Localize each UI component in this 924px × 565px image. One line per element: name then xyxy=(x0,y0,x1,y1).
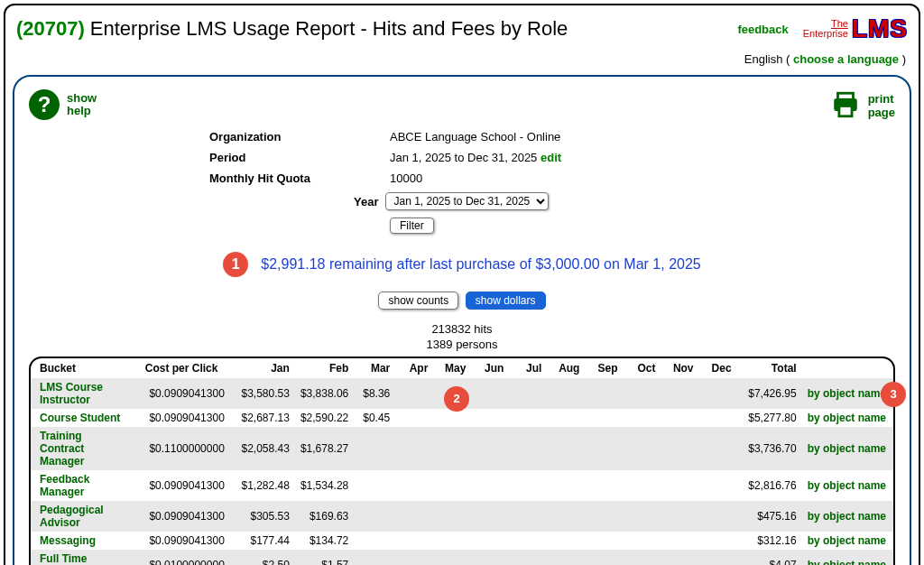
page-title-text: Enterprise LMS Usage Report - Hits and F… xyxy=(90,17,568,41)
bucket-name: Course Student xyxy=(31,409,133,427)
month-value xyxy=(509,470,547,501)
period-edit-link[interactable]: edit xyxy=(541,151,561,164)
month-value xyxy=(433,427,471,470)
by-object-name-link[interactable]: by object name xyxy=(802,532,893,550)
by-object-name-link[interactable]: by object name xyxy=(802,501,893,532)
month-value xyxy=(471,532,509,550)
month-value xyxy=(354,470,395,501)
printer-icon xyxy=(830,89,861,123)
month-value xyxy=(433,470,471,501)
annotation-3: 3 xyxy=(881,382,906,407)
month-value xyxy=(699,470,737,501)
row-total: $7,426.95 xyxy=(737,378,802,409)
month-value xyxy=(547,427,585,470)
bucket-name: Pedagogical Advisor xyxy=(31,501,133,532)
month-value xyxy=(623,427,661,470)
cost-per-click: $0.0909041300 xyxy=(133,532,229,550)
month-value: $3,580.53 xyxy=(230,378,295,409)
month-value xyxy=(433,532,471,550)
month-value: $0.45 xyxy=(354,409,395,427)
month-value: $1,534.28 xyxy=(295,470,354,501)
show-help-button[interactable]: ? showhelp xyxy=(29,89,97,120)
month-value xyxy=(395,532,433,550)
persons-summary: 1389 persons xyxy=(427,338,498,351)
month-value xyxy=(471,550,509,565)
month-value xyxy=(661,470,699,501)
month-value xyxy=(585,409,623,427)
report-table: BucketCost per ClickJanFebMarAprMayJunJu… xyxy=(29,357,895,565)
month-value: $2,590.22 xyxy=(295,409,354,427)
by-object-name-link[interactable]: by object name xyxy=(802,470,893,501)
bucket-name: Messaging xyxy=(31,532,133,550)
by-object-name-link[interactable]: by object name xyxy=(802,378,893,409)
month-value xyxy=(509,427,547,470)
by-object-name-link[interactable]: by object name xyxy=(802,550,893,565)
table-header: Mar xyxy=(354,358,395,378)
bucket-name: Full Time Employee xyxy=(31,550,133,565)
row-total: $5,277.80 xyxy=(737,409,802,427)
bucket-name: Training Contract Manager xyxy=(31,427,133,470)
month-value xyxy=(395,427,433,470)
month-value xyxy=(661,532,699,550)
month-value xyxy=(509,532,547,550)
bucket-name: LMS Course Instructor xyxy=(31,378,133,409)
month-value: $2.50 xyxy=(230,550,295,565)
table-header: Total xyxy=(737,358,802,378)
month-value: $134.72 xyxy=(295,532,354,550)
month-value xyxy=(433,409,471,427)
filter-button[interactable]: Filter xyxy=(390,218,434,234)
year-select[interactable]: Jan 1, 2025 to Dec 31, 2025 xyxy=(385,192,549,210)
by-object-name-link[interactable]: by object name xyxy=(802,409,893,427)
cost-per-click: $0.0909041300 xyxy=(133,501,229,532)
show-dollars-button[interactable]: show dollars xyxy=(466,292,546,310)
month-value xyxy=(395,501,433,532)
month-value xyxy=(509,409,547,427)
month-value xyxy=(354,532,395,550)
month-value xyxy=(623,470,661,501)
help-icon: ? xyxy=(29,89,60,120)
table-header: Aug xyxy=(547,358,585,378)
row-total: $475.16 xyxy=(737,501,802,532)
month-value xyxy=(547,470,585,501)
month-value: $3,838.06 xyxy=(295,378,354,409)
table-header: May xyxy=(433,358,471,378)
month-value xyxy=(623,501,661,532)
month-value xyxy=(585,470,623,501)
month-value xyxy=(661,378,699,409)
report-card: ? showhelp printpage Organization ABCE L… xyxy=(13,75,911,565)
year-label: Year xyxy=(354,195,378,208)
show-help-label: showhelp xyxy=(67,92,97,118)
remaining-row: 1 $2,991.18 remaining after last purchas… xyxy=(29,237,895,286)
month-value xyxy=(661,501,699,532)
by-object-name-link[interactable]: by object name xyxy=(802,427,893,470)
table-row: Messaging$0.0909041300$177.44$134.72$312… xyxy=(31,532,893,550)
month-value xyxy=(547,550,585,565)
month-value: $2,687.13 xyxy=(230,409,295,427)
month-value: $1.57 xyxy=(295,550,354,565)
table-header: Dec xyxy=(699,358,737,378)
page-id: (20707) xyxy=(16,17,85,41)
choose-language-link[interactable]: choose a language xyxy=(793,52,899,66)
month-value xyxy=(354,427,395,470)
cost-per-click: $0.0909041300 xyxy=(133,470,229,501)
quota-label: Monthly Hit Quota xyxy=(209,171,390,185)
month-value xyxy=(395,378,433,409)
bucket-name: Feedback Manager xyxy=(31,470,133,501)
month-value xyxy=(623,532,661,550)
show-counts-button[interactable]: show counts xyxy=(378,292,458,310)
print-page-button[interactable]: printpage xyxy=(830,89,895,123)
month-value: $305.53 xyxy=(230,501,295,532)
logo-prefix: TheEnterprise xyxy=(803,19,848,39)
month-value xyxy=(699,409,737,427)
month-value xyxy=(471,378,509,409)
table-header: Cost per Click xyxy=(133,358,229,378)
table-row: Pedagogical Advisor$0.0909041300$305.53$… xyxy=(31,501,893,532)
month-value xyxy=(623,378,661,409)
month-value xyxy=(547,409,585,427)
feedback-link[interactable]: feedback xyxy=(737,23,788,36)
month-value xyxy=(471,409,509,427)
logo[interactable]: TheEnterprise LMS xyxy=(803,14,908,43)
table-header: Apr xyxy=(395,358,433,378)
info-block: Organization ABCE Language School - Onli… xyxy=(209,123,715,237)
table-row: Course Student$0.0909041300$2,687.13$2,5… xyxy=(31,409,893,427)
